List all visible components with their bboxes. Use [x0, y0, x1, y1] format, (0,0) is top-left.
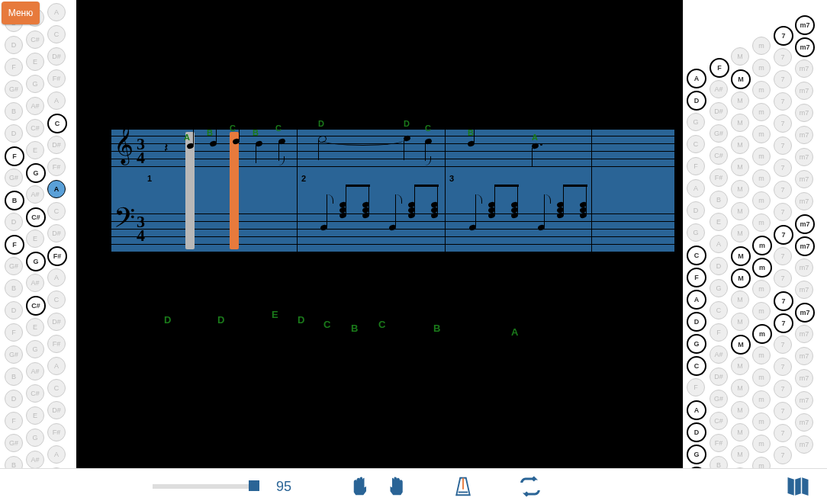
left-key-button[interactable]: G# — [5, 169, 23, 187]
right-chord-button[interactable]: A — [687, 400, 706, 420]
left-key-button[interactable]: G# — [5, 434, 23, 452]
left-key-button[interactable]: C# — [26, 207, 46, 227]
right-chord-button[interactable]: m7 — [795, 15, 815, 35]
right-chord-button[interactable]: F — [710, 58, 729, 78]
left-key-button[interactable]: C — [47, 202, 66, 220]
right-chord-button[interactable]: m — [752, 302, 771, 320]
right-chord-button[interactable]: M — [731, 69, 751, 89]
right-chord-button[interactable]: m — [752, 236, 772, 255]
right-chord-button[interactable]: M — [731, 357, 749, 375]
left-key-button[interactable]: A — [47, 180, 66, 198]
menu-button[interactable]: Меню — [2, 2, 40, 24]
right-chord-button[interactable]: m — [752, 368, 771, 387]
right-chord-button[interactable]: 7 — [774, 402, 792, 420]
right-chord-button[interactable]: m — [752, 324, 772, 344]
right-chord-button[interactable]: m7 — [795, 104, 813, 122]
right-chord-button[interactable]: G# — [710, 124, 728, 143]
left-key-button[interactable]: G — [26, 163, 46, 183]
right-chord-button[interactable]: D — [710, 257, 728, 275]
left-key-button[interactable]: E — [26, 53, 44, 71]
left-key-button[interactable]: D — [5, 213, 23, 231]
right-chord-button[interactable]: 7 — [774, 335, 792, 354]
left-key-button[interactable]: B — [5, 102, 23, 120]
right-chord-button[interactable]: m7 — [795, 214, 815, 234]
right-chord-button[interactable]: m — [752, 125, 771, 143]
right-chord-button[interactable]: m7 — [795, 281, 813, 299]
left-key-button[interactable]: B — [5, 191, 24, 210]
right-chord-button[interactable]: A — [710, 235, 728, 253]
left-key-button[interactable]: A# — [26, 185, 44, 204]
left-key-button[interactable]: G — [26, 75, 44, 93]
right-chord-button[interactable]: A — [687, 69, 706, 88]
left-key-button[interactable]: F# — [47, 335, 66, 353]
right-chord-button[interactable]: m — [752, 103, 771, 121]
right-chord-button[interactable]: D# — [710, 368, 728, 386]
right-chord-button[interactable]: M — [731, 91, 749, 110]
left-key-button[interactable]: D — [5, 390, 23, 408]
right-chord-button[interactable]: m7 — [795, 413, 813, 432]
right-chord-button[interactable]: 7 — [774, 114, 792, 133]
left-key-button[interactable]: E — [26, 406, 44, 425]
right-chord-button[interactable]: m — [752, 435, 771, 453]
right-chord-button[interactable]: m7 — [795, 170, 813, 188]
right-chord-button[interactable]: C — [687, 135, 705, 153]
right-chord-button[interactable]: F# — [710, 434, 728, 452]
left-key-button[interactable]: C# — [26, 119, 44, 137]
right-chord-button[interactable]: D# — [710, 102, 728, 120]
loop-icon[interactable] — [519, 475, 542, 498]
right-chord-button[interactable]: 7 — [774, 159, 792, 177]
right-chord-button[interactable]: M — [731, 445, 749, 464]
right-chord-button[interactable]: 7 — [774, 136, 792, 155]
right-chord-button[interactable]: m — [752, 81, 771, 99]
right-chord-button[interactable]: m — [752, 413, 771, 431]
left-key-button[interactable]: A — [47, 268, 66, 287]
left-key-button[interactable]: D# — [47, 136, 66, 154]
right-chord-button[interactable]: G# — [710, 390, 728, 408]
right-chord-button[interactable]: m — [752, 169, 771, 188]
right-chord-button[interactable]: M — [731, 313, 749, 331]
left-key-button[interactable]: C — [47, 291, 66, 309]
left-key-button[interactable]: G# — [5, 257, 23, 275]
right-chord-button[interactable]: 7 — [774, 92, 792, 111]
right-chord-button[interactable]: m — [752, 390, 771, 409]
left-key-button[interactable]: D# — [47, 224, 66, 242]
left-key-button[interactable]: F# — [47, 158, 66, 176]
right-chord-button[interactable]: 7 — [774, 313, 793, 333]
right-chord-button[interactable]: B — [710, 191, 728, 209]
left-key-button[interactable]: D# — [47, 313, 66, 331]
left-key-button[interactable]: C# — [26, 296, 46, 316]
right-chord-button[interactable]: 7 — [774, 203, 792, 221]
tempo-slider-thumb[interactable] — [249, 480, 259, 491]
left-key-button[interactable]: C# — [26, 384, 44, 403]
right-chord-button[interactable]: m7 — [795, 126, 813, 144]
right-chord-button[interactable]: 7 — [774, 181, 792, 199]
left-key-button[interactable]: A — [47, 3, 66, 21]
right-chord-button[interactable]: A# — [710, 345, 728, 364]
right-chord-button[interactable]: M — [731, 114, 749, 132]
right-chord-button[interactable]: m — [752, 147, 771, 165]
left-hand-icon[interactable] — [351, 475, 374, 498]
right-chord-button[interactable]: m7 — [795, 325, 813, 343]
right-chord-button[interactable]: A — [687, 290, 706, 310]
right-chord-button[interactable]: m7 — [795, 192, 813, 210]
tempo-slider[interactable] — [153, 484, 259, 489]
left-key-button[interactable]: E — [26, 141, 44, 159]
right-chord-button[interactable]: G — [710, 279, 728, 297]
right-chord-button[interactable]: M — [731, 268, 751, 288]
right-chord-button[interactable]: F — [710, 323, 728, 342]
right-hand-icon[interactable] — [385, 475, 407, 498]
left-key-button[interactable]: A — [47, 91, 66, 110]
right-chord-button[interactable]: m7 — [795, 37, 815, 57]
left-key-button[interactable]: G# — [5, 345, 23, 364]
right-chord-button[interactable]: 7 — [774, 380, 792, 398]
right-chord-button[interactable]: m — [752, 37, 771, 55]
right-chord-button[interactable]: 7 — [774, 225, 793, 245]
right-chord-button[interactable]: M — [731, 202, 749, 220]
left-key-button[interactable]: F — [5, 235, 24, 255]
metronome-icon[interactable] — [452, 475, 475, 498]
left-key-button[interactable]: F# — [47, 69, 66, 88]
left-key-button[interactable]: B — [5, 279, 23, 297]
right-chord-button[interactable]: M — [731, 335, 751, 355]
right-chord-button[interactable]: F — [687, 378, 705, 396]
left-key-button[interactable]: A — [47, 445, 66, 464]
